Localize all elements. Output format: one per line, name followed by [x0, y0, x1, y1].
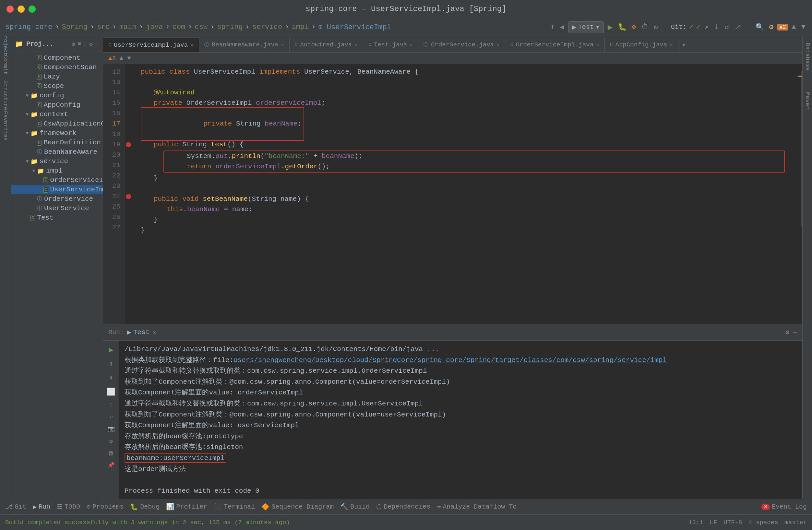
git-bottom-item[interactable]: ⎇ Git [5, 503, 26, 511]
tree-item-appconfig[interactable]: C AppConfig [11, 100, 103, 110]
favorites-icon[interactable]: Favorites [1, 121, 10, 130]
indent-setting[interactable]: 4 spaces [749, 519, 778, 526]
tab-close-icon[interactable]: ✕ [496, 42, 500, 48]
close-button[interactable] [6, 5, 14, 13]
tree-item-cswapp[interactable]: C CswApplicationC [11, 119, 103, 128]
maximize-button[interactable] [29, 5, 36, 13]
tab-overflow-button[interactable]: ▾ [678, 38, 689, 52]
tab-close-icon[interactable]: ✕ [670, 42, 673, 48]
minimize-button[interactable] [17, 5, 25, 13]
encoding[interactable]: UTF-8 [724, 519, 742, 526]
run-bottom-item[interactable]: ▶ Run [33, 503, 50, 511]
run-minimize-icon[interactable]: — [793, 329, 797, 336]
breadcrumb-spring[interactable]: Spring [62, 23, 87, 31]
line-ending[interactable]: LF [710, 519, 717, 526]
reload-button[interactable]: ↻ [652, 22, 659, 33]
tree-item-userserviceimpl[interactable]: C UserServiceIm [11, 185, 103, 194]
scroll-down-icon[interactable]: ⬇ [108, 372, 115, 384]
breadcrumb-impl[interactable]: impl [291, 23, 309, 31]
event-log-item[interactable]: 3 Event Log [762, 503, 807, 511]
database-label[interactable]: Database [804, 43, 811, 71]
back-icon[interactable]: ◀ [559, 22, 565, 33]
git-push-icon[interactable]: ↗ [703, 22, 710, 33]
tree-item-userservice[interactable]: ⓘ UserService [11, 204, 103, 213]
scroll-up-icon[interactable]: ⬆ [108, 358, 115, 370]
todo-bottom-item[interactable]: ☰ TODO [57, 503, 80, 511]
vcs-update-icon[interactable]: ⬆ [549, 22, 556, 33]
tab-close-icon[interactable]: ✕ [354, 42, 358, 48]
gear2-button[interactable]: ⚙ [108, 436, 114, 446]
sync-icon[interactable]: ⊕ [72, 41, 75, 48]
breadcrumb-spring-core[interactable]: spring-core [5, 23, 52, 31]
build-bottom-item[interactable]: 🔨 Build [340, 503, 370, 511]
rerun-button[interactable]: ▶ [107, 344, 115, 356]
tab-orderservice[interactable]: ⓘ OrderService.java ✕ [418, 38, 505, 52]
tab-close-icon[interactable]: ✕ [281, 42, 284, 48]
run-output[interactable]: /Library/Java/JavaVirtualMachines/jdk1.8… [119, 341, 802, 499]
tab-appconfig[interactable]: C AppConfig.java ✕ [605, 38, 678, 52]
warning-up-icon[interactable]: ▲ [791, 22, 797, 32]
breadcrumb-main[interactable]: main [119, 23, 136, 31]
search-everywhere-icon[interactable]: 🔍 [754, 22, 765, 33]
tree-item-orderservice[interactable]: ⓘ OrderService [11, 194, 103, 204]
debug-button[interactable]: 🐛 [617, 22, 628, 33]
tree-item-context[interactable]: ▼ 📁 context [11, 110, 103, 119]
breadcrumb-src[interactable]: src [97, 23, 110, 31]
collapse-icon[interactable]: ≡ [78, 41, 82, 48]
tree-item-lazy[interactable]: C Lazy [11, 72, 103, 82]
camera-button[interactable]: 📷 [106, 424, 116, 434]
trash-button[interactable]: 🗑 [107, 448, 115, 458]
filter-icon[interactable]: ⫶ [84, 41, 87, 48]
tree-item-beannameaware[interactable]: ⓘ BeanNameAware [11, 147, 103, 157]
tab-close-icon[interactable]: ✕ [190, 42, 193, 48]
window-controls[interactable] [6, 5, 36, 13]
breadcrumb-csw[interactable]: csw [195, 23, 208, 31]
breadcrumb-spring2[interactable]: spring [217, 23, 243, 31]
tab-beannameaware[interactable]: ⓘ BeanNameAware.java ✕ [199, 38, 290, 52]
maven-label[interactable]: Maven [804, 92, 811, 110]
git-history-icon[interactable]: ↺ [724, 22, 730, 33]
tab-close-icon[interactable]: ✕ [596, 42, 599, 48]
tree-item-componentscan[interactable]: C ComponentScan [11, 62, 103, 72]
tree-item-component[interactable]: C Component [11, 53, 103, 62]
git-fetch-icon[interactable]: ⤓ [712, 22, 721, 33]
close-panel-icon[interactable]: — [95, 41, 99, 48]
tab-test[interactable]: C Test.java ✕ [363, 38, 418, 52]
tab-close-icon[interactable]: ✕ [410, 42, 413, 48]
commit-icon[interactable]: Commit [1, 60, 10, 69]
tab-autowired[interactable]: C Autowired.java ✕ [290, 38, 363, 52]
problems-bottom-item[interactable]: ⊘ Problems [87, 503, 124, 511]
breadcrumb-com[interactable]: com [173, 23, 186, 31]
terminal-bottom-item[interactable]: ⬛ Terminal [214, 503, 255, 511]
run-tab-test[interactable]: ▶ Test ✕ [127, 328, 156, 336]
editor-scrollbar[interactable] [798, 64, 802, 324]
warning-down-icon[interactable]: ▼ [800, 22, 807, 32]
tree-item-impl-folder[interactable]: ▼ 📁 impl [11, 166, 103, 175]
tree-item-config[interactable]: ▼ 📁 config [11, 91, 103, 100]
profile-button[interactable]: ⏱ [640, 22, 650, 33]
gear-icon[interactable]: ⚙ [89, 41, 93, 48]
wrap-button[interactable]: ↩ [108, 412, 114, 421]
stop-button[interactable]: ⬜ [105, 386, 117, 398]
breadcrumb-service[interactable]: service [252, 23, 282, 31]
tree-item-scope[interactable]: C Scope [11, 82, 103, 91]
sequence-bottom-item[interactable]: 🔶 Sequence Diagram [261, 503, 334, 511]
run-button[interactable]: ▶ [606, 21, 614, 34]
tree-item-beandefinition[interactable]: C BeanDefinition [11, 138, 103, 147]
git-branches-icon[interactable]: ⎇ [733, 23, 742, 32]
filter-button[interactable]: ⫶ [108, 400, 114, 410]
tab-orderserviceimpl[interactable]: C OrderServiceImpl.java ✕ [505, 38, 605, 52]
structure-icon[interactable]: Structure [1, 91, 10, 100]
breakpoint-marker-19[interactable] [125, 140, 134, 150]
tab-userserviceimpl[interactable]: C UserServiceImpl.java ✕ [103, 38, 199, 52]
run-tab-close[interactable]: ✕ [153, 329, 156, 336]
warning-up-nav[interactable]: ▲ [120, 55, 123, 62]
debug-bottom-item[interactable]: 🐛 Debug [130, 503, 160, 511]
breadcrumb-java[interactable]: java [146, 23, 163, 31]
project-icon[interactable]: Project [1, 40, 10, 49]
breadcrumb-userserviceimpl[interactable]: ⊙ UserServiceImpl [318, 23, 391, 31]
settings-icon[interactable]: ⚙ [768, 22, 775, 33]
run-settings-icon[interactable]: ⚙ [785, 328, 789, 336]
tree-item-framework[interactable]: ▼ 📁 framework [11, 128, 103, 138]
analyze-bottom-item[interactable]: ⇉ Analyze Dataflow To [437, 503, 517, 511]
